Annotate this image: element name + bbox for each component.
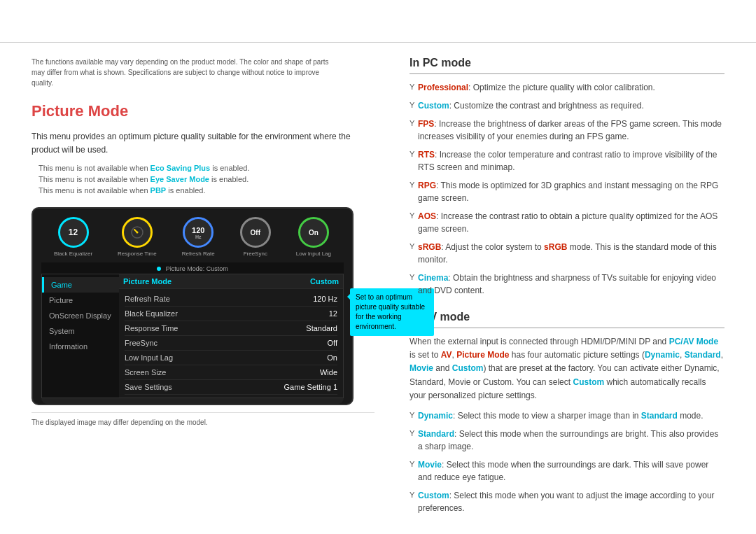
notes-container: This menu is not available when Eco Savi… xyxy=(31,164,374,195)
pc-mode-cinema-label: Cinema xyxy=(418,273,448,283)
gauge-value-lag: On xyxy=(309,229,318,237)
pc-mode-item-fps: FPS: Increase the brightness of darker a… xyxy=(410,118,724,143)
pc-mode-srgb-ref: sRGB xyxy=(544,242,567,252)
menu-item-game[interactable]: Game xyxy=(42,277,119,293)
gauge-label-freesync: FreeSync xyxy=(244,251,267,257)
menu-value-screen-size: Wide xyxy=(320,368,337,377)
pc-mode-rts-label: RTS xyxy=(418,150,435,160)
menu-item-onscreen[interactable]: OnScreen Display xyxy=(42,308,119,323)
av-link-dynamic: Dynamic xyxy=(645,350,680,360)
av-link-movie: Movie xyxy=(410,363,433,373)
section-desc: This menu provides an optimum picture qu… xyxy=(31,130,354,157)
gauge-circle-refresh: 120 Hz xyxy=(183,217,214,248)
av-link-standard: Standard xyxy=(685,350,721,360)
av-mode-movie-label: Movie xyxy=(418,460,442,470)
section-title: Picture Mode xyxy=(31,102,374,120)
top-disclaimer: The functions available may vary dependi… xyxy=(31,57,340,88)
gauge-circle-lag: On xyxy=(298,217,329,248)
menu-label-black-eq: Black Equalizer xyxy=(125,309,178,318)
menu-row-freesync: FreeSync Off xyxy=(125,336,337,351)
pc-mode-item-aos: AOS: Increase the contrast ratio to obta… xyxy=(410,210,724,235)
av-mode-section: In AV mode When the external input is co… xyxy=(410,311,724,514)
av-mode-custom-label: Custom xyxy=(418,491,449,500)
pc-mode-item-srgb: sRGB: Adjust the color system to sRGB mo… xyxy=(410,241,724,266)
right-panel: In PC mode Professional: Optimize the pi… xyxy=(396,57,724,528)
pc-mode-item-rts: RTS: Increase the color temperature and … xyxy=(410,148,724,174)
monitor-bottom-bar xyxy=(41,398,344,404)
menu-row-black-eq: Black Equalizer 12 xyxy=(125,307,337,321)
menu-row-refresh: Refresh Rate 120 Hz xyxy=(125,292,337,307)
page-container: The functions available may vary dependi… xyxy=(0,42,756,534)
speedometer-icon xyxy=(130,225,144,239)
monitor-menu-content: Picture Mode Custom Refresh Rate 120 Hz … xyxy=(119,274,343,398)
gauge-label-refresh: Refresh Rate xyxy=(182,251,215,257)
pc-mode-item-custom: Custom: Customize the contrast and brigh… xyxy=(410,99,724,112)
menu-value-lag: On xyxy=(327,353,337,362)
gauge-value-refresh: 120 xyxy=(192,226,204,234)
tooltip-text: Set to an optimum picture quality suitab… xyxy=(356,293,425,330)
av-mode-standard-label: Standard xyxy=(418,429,454,439)
menu-value-save-settings: Game Setting 1 xyxy=(284,383,337,391)
menu-item-system[interactable]: System xyxy=(42,323,119,339)
pc-mode-item-cinema: Cinema: Obtain the brightness and sharpn… xyxy=(410,272,724,297)
menu-value-black-eq: 12 xyxy=(329,309,337,318)
av-mode-dynamic-label: Dynamic xyxy=(418,411,453,421)
menu-value-picture-mode: Custom xyxy=(310,277,339,286)
gauge-response-time: Response Time xyxy=(118,217,157,257)
gauge-label-black-eq: Black Equalizer xyxy=(54,251,92,257)
pc-mode-title: In PC mode xyxy=(410,57,724,74)
pc-mode-item-rpg: RPG: This mode is optimized for 3D graph… xyxy=(410,179,724,204)
gauge-label-lag: Low Input Lag xyxy=(296,251,331,257)
menu-item-picture[interactable]: Picture xyxy=(42,293,119,308)
monitor-ui: 12 Black Equalizer Response Time xyxy=(31,207,354,405)
note-3: This menu is not available when PBP is e… xyxy=(31,186,374,195)
pc-mode-professional-label: Professional xyxy=(418,83,468,92)
av-link-picture-mode: Picture Mode xyxy=(456,350,509,360)
pc-mode-rpg-label: RPG xyxy=(418,181,436,190)
gauge-freesync: Off FreeSync xyxy=(240,217,271,257)
av-link-av: AV xyxy=(441,350,452,360)
menu-label-freesync: FreeSync xyxy=(125,339,158,347)
note-2: This menu is not available when Eye Save… xyxy=(31,175,374,183)
av-mode-item-movie: Movie: Select this mode when the surroun… xyxy=(410,458,724,484)
menu-label-response: Response Time xyxy=(125,324,178,332)
svg-point-1 xyxy=(136,232,138,234)
gauge-value-black-eq: 12 xyxy=(69,227,78,237)
pc-mode-aos-label: AOS xyxy=(418,211,436,221)
av-link-custom2: Custom xyxy=(573,377,604,387)
gauge-low-input-lag: On Low Input Lag xyxy=(296,217,331,257)
menu-label-lag: Low Input Lag xyxy=(125,353,173,362)
av-link-custom: Custom xyxy=(452,363,484,373)
av-mode-item-dynamic: Dynamic: Select this mode to view a shar… xyxy=(410,409,724,422)
av-mode-item-standard: Standard: Select this mode when the surr… xyxy=(410,428,724,453)
gauge-black-equalizer: 12 Black Equalizer xyxy=(54,217,92,257)
left-panel: The functions available may vary dependi… xyxy=(31,57,396,528)
bottom-note: The displayed image may differ depending… xyxy=(31,412,374,426)
menu-row-picture-mode: Picture Mode Custom xyxy=(119,274,343,289)
av-mode-desc: When the external input is connected thr… xyxy=(410,335,724,402)
note-highlight-1: Eco Saving Plus xyxy=(150,164,211,172)
menu-row-lag: Low Input Lag On xyxy=(125,351,337,365)
pc-mode-section: In PC mode Professional: Optimize the pi… xyxy=(410,57,724,297)
av-mode-standard-ref: Standard xyxy=(641,411,678,421)
content-area: The functions available may vary dependi… xyxy=(0,43,756,534)
menu-value-refresh: 120 Hz xyxy=(313,295,337,303)
picture-mode-label-bar: Picture Mode: Custom xyxy=(41,262,344,274)
pc-mode-custom-label: Custom xyxy=(418,101,449,111)
monitor-gauges: 12 Black Equalizer Response Time xyxy=(41,217,344,262)
av-link-pcav: PC/AV Mode xyxy=(669,337,718,346)
gauge-circle-black-eq: 12 xyxy=(58,217,89,248)
menu-value-response: Standard xyxy=(306,324,337,332)
menu-label-refresh: Refresh Rate xyxy=(125,295,170,303)
gauge-circle-response xyxy=(122,217,153,248)
pc-mode-srgb-label: sRGB xyxy=(418,242,441,252)
picture-mode-text: Picture Mode: Custom xyxy=(166,265,228,272)
gauge-value-freesync: Off xyxy=(251,229,260,237)
note-highlight-3: PBP xyxy=(150,186,167,195)
menu-label-screen-size: Screen Size xyxy=(125,368,166,377)
menu-label-save-settings: Save Settings xyxy=(125,383,172,391)
picture-mode-dot xyxy=(157,267,161,271)
menu-row-screen-size: Screen Size Wide xyxy=(125,365,337,380)
gauge-circle-freesync: Off xyxy=(240,217,271,248)
menu-item-information[interactable]: Information xyxy=(42,339,119,354)
